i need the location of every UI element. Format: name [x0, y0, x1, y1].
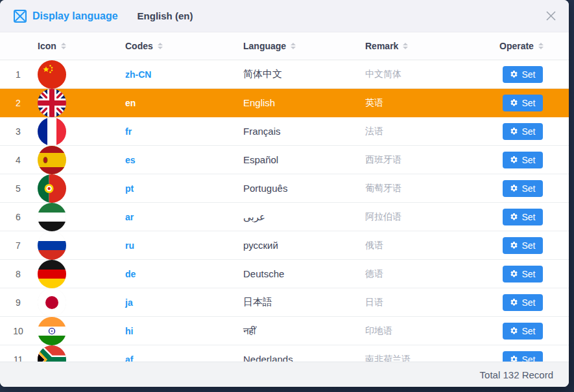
gear-icon: [510, 270, 518, 278]
display-language-icon: [13, 9, 27, 23]
set-button[interactable]: Set: [503, 123, 543, 140]
header-language[interactable]: Language: [243, 41, 365, 51]
set-button[interactable]: Set: [503, 66, 543, 83]
language-remark: 法语: [365, 126, 383, 137]
table-row[interactable]: 6 ar عربى 阿拉伯语 Set: [0, 203, 569, 231]
row-index: 9: [0, 297, 36, 308]
set-button-label: Set: [521, 183, 535, 194]
set-button[interactable]: Set: [503, 180, 543, 197]
gear-icon: [510, 298, 518, 306]
language-name: Nederlands: [243, 354, 293, 362]
language-code: es: [125, 155, 136, 165]
set-button[interactable]: Set: [503, 266, 543, 282]
total-records: Total 132 Record: [480, 369, 553, 380]
flag-icon-germany: [38, 260, 66, 288]
set-button[interactable]: Set: [503, 323, 543, 340]
flag-icon-france: [38, 117, 66, 146]
table-row[interactable]: 5 pt Português 葡萄牙语 Set: [0, 174, 569, 203]
row-index: 3: [0, 126, 36, 137]
flag-icon-russia: [38, 231, 66, 260]
header-icon[interactable]: Icon: [36, 41, 125, 51]
dialog-title: Display language: [32, 10, 118, 22]
header-operate[interactable]: Operate: [499, 41, 569, 51]
table-row[interactable]: 9 ja 日本語 日语 Set: [0, 288, 569, 317]
header-icon-label: Icon: [38, 41, 56, 51]
language-remark: 葡萄牙语: [365, 183, 401, 194]
gear-icon: [510, 184, 518, 192]
sort-icon[interactable]: [538, 43, 544, 49]
table-row[interactable]: 10 hi नहीं 印地语 Set: [0, 317, 569, 345]
set-button[interactable]: Set: [503, 152, 543, 168]
gear-icon: [510, 327, 518, 335]
table-row[interactable]: 7 ru русский 俄语 Set: [0, 231, 569, 260]
set-button[interactable]: Set: [503, 209, 543, 225]
gear-icon: [510, 156, 518, 164]
language-name: Français: [243, 126, 281, 137]
flag-icon-india: [38, 317, 66, 345]
header-codes-label: Codes: [125, 41, 153, 51]
table-body: 1 zh-CN 简体中文 中文简体 Set 2: [0, 60, 569, 362]
header-remark[interactable]: Remark: [365, 41, 499, 51]
table-row[interactable]: 3 fr Français 法语 Set: [0, 117, 569, 146]
flag-icon-united-kingdom: [38, 89, 66, 117]
language-remark: 阿拉伯语: [365, 211, 401, 223]
set-button-label: Set: [521, 269, 535, 279]
table-row-selected[interactable]: 2 en English 英语 Set: [0, 89, 569, 117]
sort-icon[interactable]: [403, 43, 408, 49]
set-button-label: Set: [521, 126, 535, 137]
gear-icon: [510, 70, 518, 78]
language-remark: 中文简体: [365, 69, 401, 80]
flag-icon-china: [38, 60, 66, 89]
table-row[interactable]: 11 af Nederlands 南非荷兰语 Set: [0, 345, 569, 362]
language-name: Español: [243, 154, 278, 165]
flag-icon-portugal: [38, 174, 66, 203]
language-name: عربى: [243, 211, 265, 223]
language-code: en: [125, 98, 136, 108]
set-button-label: Set: [521, 240, 535, 251]
language-name: 日本語: [243, 296, 272, 308]
row-index: 6: [0, 212, 36, 222]
flag-icon-south-africa: [38, 345, 66, 362]
sort-icon[interactable]: [291, 43, 296, 49]
table-header: Icon Codes Language Remark Operate: [0, 32, 569, 60]
set-button-label: Set: [521, 212, 535, 222]
display-language-dialog: Display language English (en) Icon Codes…: [0, 0, 569, 387]
close-icon[interactable]: [545, 10, 557, 22]
set-button-label: Set: [521, 69, 535, 80]
language-remark: 西班牙语: [365, 154, 401, 166]
language-code: ru: [125, 240, 134, 251]
gear-icon: [510, 213, 518, 221]
table-row[interactable]: 4 es Español 西班牙语 Set: [0, 146, 569, 174]
set-button[interactable]: Set: [503, 294, 543, 311]
header-codes[interactable]: Codes: [125, 41, 243, 51]
row-index: 8: [0, 269, 36, 279]
table-row[interactable]: 8 de Deutsche 德语 Set: [0, 260, 569, 288]
table-row[interactable]: 1 zh-CN 简体中文 中文简体 Set: [0, 60, 569, 89]
language-code: fr: [125, 126, 132, 137]
language-remark: 日语: [365, 297, 383, 308]
set-button-label: Set: [521, 98, 535, 108]
language-code: zh-CN: [125, 69, 151, 80]
set-button[interactable]: Set: [503, 95, 543, 111]
sort-icon[interactable]: [61, 43, 66, 49]
language-remark: 俄语: [365, 240, 383, 251]
gear-icon: [510, 127, 518, 135]
language-name: Português: [243, 183, 287, 194]
row-index: 1: [0, 69, 36, 80]
set-button[interactable]: Set: [503, 237, 543, 254]
set-button[interactable]: Set: [503, 351, 543, 362]
set-button-label: Set: [521, 326, 535, 336]
language-code: hi: [125, 326, 133, 336]
language-remark: 德语: [365, 268, 383, 280]
gear-icon: [510, 355, 518, 362]
language-remark: 南非荷兰语: [365, 354, 411, 362]
set-button-label: Set: [521, 354, 535, 362]
row-index: 11: [0, 354, 36, 362]
flag-icon-spain: [38, 146, 66, 174]
language-code: ar: [125, 212, 134, 222]
language-name: русский: [243, 240, 278, 251]
row-index: 4: [0, 155, 36, 165]
sort-icon[interactable]: [158, 43, 163, 49]
table-footer: Total 132 Record: [0, 362, 569, 387]
flag-icon-japan: [38, 288, 66, 317]
